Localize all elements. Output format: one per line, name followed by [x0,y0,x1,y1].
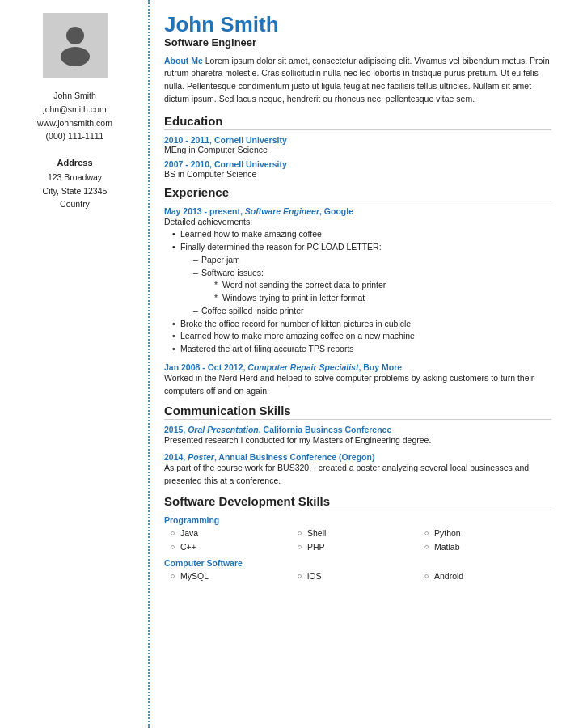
communication-section: Communication Skills 2015, Oral Presenta… [164,404,551,487]
skill-shell: Shell [298,527,424,541]
computer-software-category: Computer Software MySQL iOS Android [164,558,551,584]
contact-info: John Smith john@smith.com www.johnsmith.… [37,89,112,143]
skill-ios: iOS [298,569,424,584]
sub-sub-item: Windows trying to print in letter format [214,292,551,305]
about-section: About Me Lorem ipsum dolor sit amet, con… [164,55,551,106]
exp-header-2: Jan 2008 - Oct 2012, Computer Repair Spe… [164,362,551,372]
address-section: Address 123 Broadway City, State 12345 C… [43,156,108,211]
header-section: John Smith Software Engineer [164,13,551,49]
contact-phone: (000) 111-1111 [37,129,112,143]
programming-grid: Java Shell Python C++ PHP Matlab [164,527,551,556]
comm-entry-1: 2015, Oral Presentation, California Busi… [164,425,551,447]
comm-desc-1: Presented research I conducted for my Ma… [164,434,551,447]
about-text: Lorem ipsum dolor sit amet, consectetur … [164,56,550,104]
address-country: Country [43,197,108,211]
comm-desc-2: As part of the course work for BUS320, I… [164,462,551,488]
svg-point-1 [61,47,90,66]
contact-website: www.johnsmith.com [37,116,112,130]
experience-section: Experience May 2013 - present, Software … [164,185,551,398]
edu-entry-2: 2007 - 2010, Cornell University BS in Co… [164,159,551,179]
avatar [43,13,108,78]
exp-desc-2: Worked in the Nerd Herd and helped to so… [164,372,551,398]
edu-degree-1: MEng in Computer Science [164,145,551,154]
contact-email: john@smith.com [37,103,112,116]
job-title: Software Engineer [164,36,551,49]
bullet-item: Broke the office record for number of ki… [172,318,551,331]
skill-java: Java [171,527,298,541]
bullet-item: Finally determined the reason for PC LOA… [172,241,551,318]
bullet-item: Mastered the art of filing accurate TPS … [172,343,551,356]
sub-sub-item: Word not sending the correct data to pri… [214,279,551,292]
exp-bullets-1: Learned how to make amazing coffee Final… [164,228,551,356]
skill-cpp: C++ [171,540,298,555]
computer-software-label: Computer Software [164,558,551,568]
edu-degree-2: BS in Computer Science [164,169,551,179]
bullet-item: Learned how to make more amazing coffee … [172,330,551,343]
exp-header-1: May 2013 - present, Software Engineer, G… [164,206,551,216]
person-icon [53,23,97,68]
about-label: About Me [164,56,203,66]
experience-title: Experience [164,185,551,201]
full-name: John Smith [164,13,551,36]
address-label: Address [43,156,108,171]
exp-entry-2: Jan 2008 - Oct 2012, Computer Repair Spe… [164,362,551,398]
programming-category: Programming Java Shell Python C++ PHP Ma… [164,515,551,556]
skill-matlab: Matlab [424,540,551,555]
skills-section: Software Development Skills Programming … [164,494,551,585]
edu-year-1: 2010 - 2011, Cornell University [164,135,551,145]
skill-mysql: MySQL [171,569,298,584]
skill-php: PHP [298,540,424,555]
address-line1: 123 Broadway [43,171,108,184]
contact-name: John Smith [37,89,112,103]
bullet-item: Learned how to make amazing coffee [172,228,551,241]
communication-title: Communication Skills [164,404,551,420]
comm-header-2: 2014, Poster, Annual Business Conference… [164,452,551,462]
comm-header-1: 2015, Oral Presentation, California Busi… [164,425,551,434]
sub-item: Software issues: Word not sending the co… [193,267,551,305]
skills-title: Software Development Skills [164,494,551,510]
sub-list-1: Paper jam Software issues: Word not send… [180,254,551,318]
sidebar: John Smith john@smith.com www.johnsmith.… [0,0,150,728]
sub-sub-list: Word not sending the correct data to pri… [201,279,551,305]
skill-android: Android [424,569,551,584]
exp-entry-1: May 2013 - present, Software Engineer, G… [164,206,551,356]
edu-entry-1: 2010 - 2011, Cornell University MEng in … [164,135,551,154]
education-title: Education [164,114,551,130]
sub-item: Paper jam [193,254,551,267]
programming-label: Programming [164,515,551,525]
comm-entry-2: 2014, Poster, Annual Business Conference… [164,452,551,488]
exp-desc-1: Detailed achievements: [164,216,551,229]
computer-software-grid: MySQL iOS Android [164,569,551,584]
address-line2: City, State 12345 [43,184,108,198]
edu-year-2: 2007 - 2010, Cornell University [164,159,551,169]
svg-point-0 [66,27,84,44]
sub-item: Coffee spilled inside printer [193,305,551,318]
main-content: John Smith Software Engineer About Me Lo… [150,0,566,728]
education-section: Education 2010 - 2011, Cornell Universit… [164,114,551,179]
skill-python: Python [424,527,551,541]
